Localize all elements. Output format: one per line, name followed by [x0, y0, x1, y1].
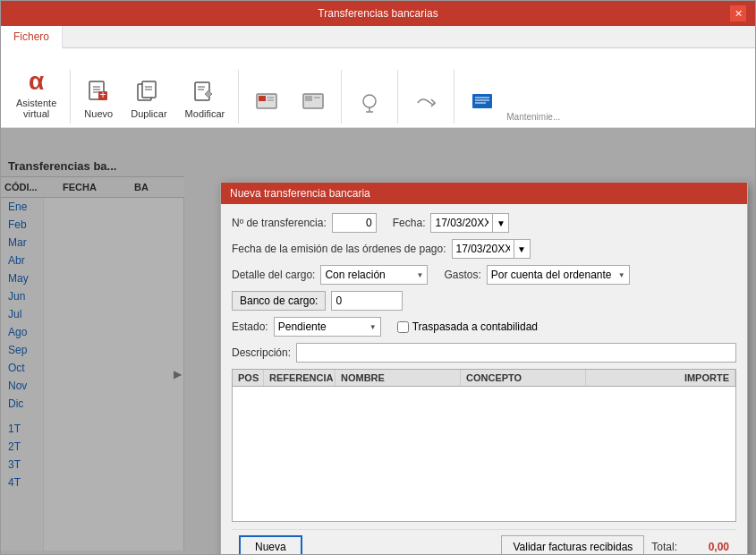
sep4 — [397, 70, 398, 124]
fecha-dropdown-btn[interactable]: ▼ — [493, 213, 509, 233]
descripcion-label: Descripción: — [232, 346, 291, 359]
svg-rect-18 — [305, 96, 312, 101]
icon5 — [299, 89, 327, 117]
num-transferencia-label: Nº de transferencia: — [232, 217, 327, 229]
main-area: Transferencias ba... CÓDI... FECHA BA En… — [1, 128, 755, 554]
modal-overlay: Nueva transferencia bancaria Nº de trans… — [1, 128, 755, 554]
ribbon-content: α Asistentevirtual + Nuevo Duplicar — [1, 48, 755, 127]
icon7 — [412, 89, 440, 117]
ribbon-btn-nuevo[interactable]: + Nuevo — [76, 73, 121, 124]
form-row-estado: Estado: Pendiente ▼ Traspasada a contabi… — [232, 317, 736, 337]
descripcion-input[interactable] — [296, 343, 736, 363]
modal-body: Nº de transferencia: Fecha: ▼ Fecha de l… — [221, 204, 747, 554]
sep5 — [454, 70, 454, 124]
duplicar-icon — [134, 78, 163, 107]
detalle-label: Detalle del cargo: — [232, 269, 315, 281]
modificar-icon — [191, 78, 219, 107]
ribbon: Fichero α Asistentevirtual + Nuevo D — [1, 26, 755, 128]
total-label: Total: — [651, 541, 677, 553]
detail-table: POS REFERENCIA NOMBRE CONCEPTO IMPORTE — [232, 369, 736, 522]
ribbon-btn-5[interactable] — [291, 84, 336, 124]
modal-footer: Nueva Validar facturas recibidas Total: … — [232, 529, 736, 554]
gastos-arrow: ▼ — [618, 271, 625, 279]
table-header: POS REFERENCIA NOMBRE CONCEPTO IMPORTE — [233, 370, 735, 387]
ribbon-tabs: Fichero — [1, 26, 755, 48]
main-window: Transferencias bancarias ✕ Fichero α Asi… — [0, 0, 756, 555]
modal-title: Nueva transferencia bancaria — [230, 187, 370, 200]
fecha-ordenes-group: ▼ — [452, 239, 532, 259]
nuevo-icon: + — [84, 78, 113, 107]
modal-title-bar: Nueva transferencia bancaria — [221, 183, 747, 204]
nuevo-label: Nuevo — [84, 108, 113, 119]
banco-value-text: 0 — [336, 295, 342, 307]
ribbon-btn-modificar[interactable]: Modificar — [177, 73, 234, 124]
banco-value: 0 — [331, 291, 403, 311]
form-row-banco: Banco de cargo: 0 — [232, 291, 736, 311]
nueva-btn[interactable]: Nueva — [239, 535, 302, 554]
col-concepto: CONCEPTO — [461, 370, 586, 386]
icon4 — [252, 89, 281, 117]
svg-point-20 — [363, 95, 376, 107]
estado-value: Pendiente — [278, 320, 327, 333]
modificar-label: Modificar — [185, 108, 225, 119]
duplicar-label: Duplicar — [131, 108, 166, 119]
ribbon-btn-6[interactable] — [347, 84, 392, 124]
ribbon-btn-7[interactable] — [403, 84, 448, 124]
ribbon-btn-asistente[interactable]: α Asistentevirtual — [8, 63, 64, 124]
close-button[interactable]: ✕ — [730, 5, 746, 21]
detalle-arrow: ▼ — [416, 271, 423, 279]
tab-fichero[interactable]: Fichero — [1, 26, 63, 48]
detalle-value: Con relación — [325, 269, 385, 281]
validar-btn[interactable]: Validar facturas recibidas — [501, 535, 644, 554]
svg-text:+: + — [100, 89, 106, 101]
fecha-input[interactable] — [430, 213, 493, 233]
form-row-detalle-gastos: Detalle del cargo: Con relación ▼ Gastos… — [232, 265, 736, 285]
ribbon-btn-4[interactable] — [244, 84, 289, 124]
estado-select[interactable]: Pendiente ▼ — [274, 317, 381, 337]
banco-btn[interactable]: Banco de cargo: — [232, 291, 326, 311]
window-title: Transferencias bancarias — [26, 7, 730, 20]
form-row-descripcion: Descripción: — [232, 343, 736, 363]
traspasada-label-text: Traspasada a contabilidad — [412, 320, 538, 333]
modal-dialog: Nueva transferencia bancaria Nº de trans… — [220, 182, 748, 554]
sep1 — [70, 70, 71, 124]
col-ref: REFERENCIA — [264, 370, 336, 386]
col-importe: IMPORTE — [586, 370, 735, 386]
ribbon-btn-8[interactable] — [460, 84, 505, 124]
traspasada-checkbox[interactable] — [397, 321, 409, 333]
form-row-fecha-ordenes: Fecha de la emisión de las órdenes de pa… — [232, 239, 736, 259]
svg-rect-23 — [472, 94, 492, 108]
title-bar: Transferencias bancarias ✕ — [1, 1, 755, 26]
icon6 — [355, 89, 384, 117]
detalle-select[interactable]: Con relación ▼ — [320, 265, 428, 285]
gastos-select[interactable]: Por cuenta del ordenante ▼ — [487, 265, 630, 285]
asistente-icon: α — [22, 67, 51, 96]
sep2 — [238, 70, 239, 124]
fecha-ordenes-dropdown-btn[interactable]: ▼ — [514, 239, 531, 259]
svg-rect-14 — [259, 96, 266, 101]
total-value: 0,00 — [684, 541, 729, 553]
sep3 — [341, 70, 342, 124]
ribbon-btn-duplicar[interactable]: Duplicar — [123, 73, 174, 124]
icon8 — [468, 89, 497, 117]
gastos-value: Por cuenta del ordenante — [491, 269, 612, 281]
fecha-ordenes-label: Fecha de la emisión de las órdenes de pa… — [232, 243, 446, 255]
form-row-num-fecha: Nº de transferencia: Fecha: ▼ — [232, 213, 736, 233]
fecha-label: Fecha: — [393, 217, 426, 229]
num-transferencia-input[interactable] — [332, 213, 377, 233]
table-body — [233, 387, 735, 521]
fecha-ordenes-input[interactable] — [452, 239, 514, 259]
gastos-label: Gastos: — [444, 269, 480, 281]
fecha-date-group: ▼ — [430, 213, 511, 233]
col-pos: POS — [233, 370, 264, 386]
col-nombre: NOMBRE — [336, 370, 461, 386]
traspasada-checkbox-label: Traspasada a contabilidad — [397, 320, 538, 333]
asistente-label: Asistentevirtual — [16, 98, 56, 119]
estado-arrow: ▼ — [370, 323, 377, 331]
group-label: Mantenimie... — [506, 112, 560, 122]
estado-label: Estado: — [232, 320, 268, 333]
